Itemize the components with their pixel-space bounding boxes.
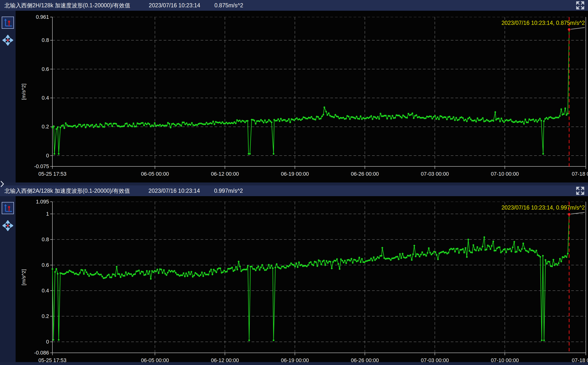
- svg-text:0.6: 0.6: [42, 66, 49, 72]
- fullscreen-button[interactable]: [576, 1, 585, 10]
- svg-text:0.8: 0.8: [42, 237, 49, 242]
- svg-text:07-10 00:00: 07-10 00:00: [491, 171, 519, 177]
- chart-1-title: 北输入西侧2H/128k 加速度波形(0.1-20000)/有效值: [4, 2, 130, 9]
- chart-2-value: 0.997m/s^2: [214, 188, 243, 194]
- svg-text:07-03 00:00: 07-03 00:00: [421, 171, 449, 177]
- axes: [50, 17, 586, 169]
- chart-1-body: 0.9610.80.60.40.20-0.07505-25 17:5306-05…: [0, 11, 588, 182]
- pan-tool-button[interactable]: [2, 35, 13, 46]
- cursor-tool-button[interactable]: [2, 17, 14, 29]
- cursor-annotation: 2023/07/16 10:23:14, 0.997m/s^2: [501, 204, 585, 211]
- cursor-axes-icon: [3, 203, 12, 213]
- svg-text:06-12 00:00: 06-12 00:00: [211, 171, 239, 177]
- chart-1-timestamp: 2023/07/16 10:23:14: [149, 2, 200, 9]
- fullscreen-button[interactable]: [576, 186, 585, 195]
- svg-text:0.4: 0.4: [42, 288, 49, 294]
- expand-panel-button[interactable]: [0, 180, 5, 188]
- svg-text:-0.086: -0.086: [34, 350, 49, 356]
- svg-text:0.4: 0.4: [42, 95, 49, 101]
- svg-text:-0.075: -0.075: [34, 163, 49, 169]
- cursor-leader-line: [571, 28, 585, 29]
- svg-text:06-05 00:00: 06-05 00:00: [141, 171, 169, 177]
- fullscreen-expand-icon: [576, 186, 585, 195]
- trend-line: [52, 214, 569, 340]
- svg-text:06-26 00:00: 06-26 00:00: [351, 171, 379, 177]
- chart-1-toolbar: [0, 11, 16, 182]
- chart-panel-1: 北输入西侧2H/128k 加速度波形(0.1-20000)/有效值 2023/0…: [0, 0, 588, 182]
- cursor-axes-icon: [3, 18, 12, 27]
- svg-text:05-25 17:53: 05-25 17:53: [39, 171, 67, 177]
- panel-divider: [0, 182, 588, 185]
- svg-text:0.2: 0.2: [42, 313, 49, 319]
- trend-line: [52, 29, 569, 154]
- pan-tool-button[interactable]: [2, 220, 13, 231]
- svg-text:0: 0: [46, 153, 49, 159]
- chart-1-value: 0.875m/s^2: [214, 2, 243, 9]
- fullscreen-expand-icon: [576, 1, 585, 10]
- y-axis-unit-label: [m/s^2]: [21, 84, 26, 100]
- pan-move-icon: [2, 220, 13, 231]
- svg-text:1: 1: [46, 211, 49, 217]
- chart-2-title: 北输入西侧2A/128k 加速度波形(0.1-20000)/有效值: [4, 187, 130, 195]
- chart-1-header: 北输入西侧2H/128k 加速度波形(0.1-20000)/有效值 2023/0…: [0, 0, 588, 11]
- cursor-annotation: 2023/07/16 10:23:14, 0.875m/s^2: [501, 20, 585, 26]
- axes: [50, 202, 586, 355]
- pan-move-icon: [2, 35, 13, 46]
- trend-markers: [52, 29, 570, 155]
- y-axis-unit-label: [m/s^2]: [21, 269, 26, 285]
- cursor-point: [568, 28, 570, 31]
- svg-text:07-18 02:27: 07-18 02:27: [572, 171, 588, 177]
- chart-2-timestamp: 2023/07/16 10:23:14: [148, 188, 200, 194]
- cursor-point: [568, 213, 570, 216]
- trend-chart-2: 1.09510.80.60.40.20-0.08605-25 17:5306-0…: [16, 196, 588, 365]
- cursor[interactable]: [568, 17, 585, 166]
- gridlines: [52, 17, 586, 166]
- svg-text:0.961: 0.961: [36, 14, 49, 20]
- chart-panel-2: 北输入西侧2A/128k 加速度波形(0.1-20000)/有效值 2023/0…: [0, 185, 588, 365]
- gridlines: [52, 202, 586, 353]
- svg-text:0: 0: [46, 339, 49, 345]
- svg-text:0.8: 0.8: [42, 37, 49, 43]
- cursor[interactable]: [568, 202, 585, 353]
- svg-text:0.2: 0.2: [42, 124, 49, 130]
- bottom-strip: [0, 362, 588, 365]
- trend-chart-1: 0.9610.80.60.40.20-0.07505-25 17:5306-05…: [16, 11, 588, 182]
- svg-text:0.6: 0.6: [42, 262, 49, 268]
- trend-markers: [52, 213, 570, 341]
- cursor-tool-button[interactable]: [2, 202, 14, 214]
- chart-2-header: 北输入西侧2A/128k 加速度波形(0.1-20000)/有效值 2023/0…: [0, 185, 588, 196]
- chevron-right-icon: [0, 180, 5, 188]
- chart-2-body: 1.09510.80.60.40.20-0.08605-25 17:5306-0…: [0, 196, 588, 365]
- svg-text:06-19 00:00: 06-19 00:00: [281, 171, 309, 177]
- trend-monitor-app: 北输入西侧2H/128k 加速度波形(0.1-20000)/有效值 2023/0…: [0, 0, 588, 365]
- chart-2-toolbar: [0, 196, 16, 365]
- svg-text:1.095: 1.095: [36, 199, 49, 205]
